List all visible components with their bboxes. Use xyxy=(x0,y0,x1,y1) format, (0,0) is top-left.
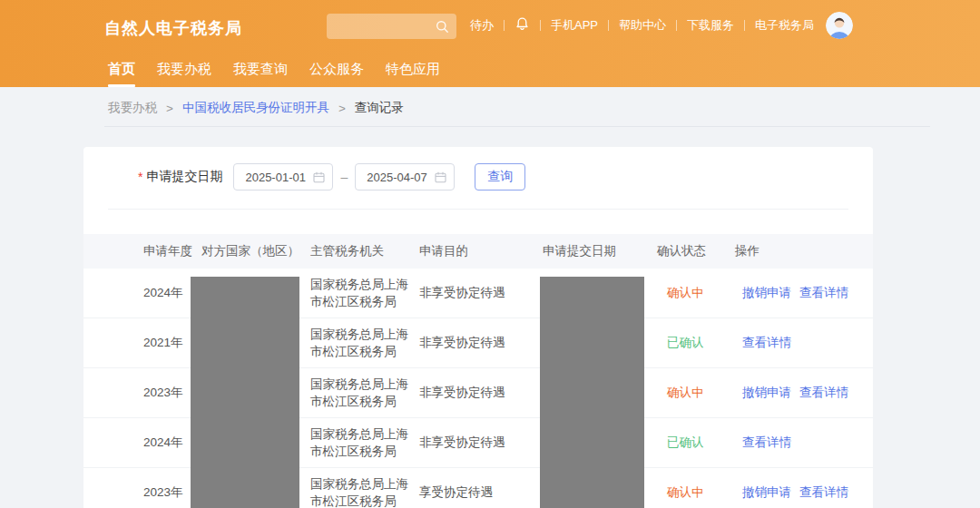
cell-tax-authority: 国家税务总局上海市松江区税务局 xyxy=(310,376,412,410)
status-badge: 已确认 xyxy=(657,435,735,451)
date-filter-form: * 申请提交日期 2025-01-01 – 2025-04-07 查询 xyxy=(83,147,873,190)
user-avatar[interactable] xyxy=(826,12,853,39)
withdraw-application-link[interactable]: 撤销申请 xyxy=(742,385,791,401)
view-details-link[interactable]: 查看详情 xyxy=(799,385,848,401)
cell-purpose: 非享受协定待遇 xyxy=(419,385,543,401)
calendar-icon xyxy=(435,171,446,183)
required-mark: * xyxy=(138,170,142,184)
col-header-status: 确认状态 xyxy=(657,243,735,259)
breadcrumb-item-certificate[interactable]: 中国税收居民身份证明开具 xyxy=(182,100,329,116)
divider xyxy=(744,20,745,31)
etax-bureau-link[interactable]: 电子税务局 xyxy=(755,17,814,34)
date-range-separator: – xyxy=(340,170,348,184)
header-search-box[interactable] xyxy=(327,14,456,39)
date-filter-label: 申请提交日期 xyxy=(146,169,222,185)
chevron-right-icon: > xyxy=(166,102,173,115)
breadcrumb: 我要办税 > 中国税收居民身份证明开具 > 查询记录 xyxy=(0,100,980,116)
col-header-submit-date: 申请提交日期 xyxy=(543,243,657,259)
search-icon xyxy=(436,20,449,34)
calendar-icon xyxy=(313,171,325,183)
withdraw-application-link[interactable]: 撤销申请 xyxy=(742,285,791,301)
cell-tax-authority: 国家税务总局上海市松江区税务局 xyxy=(310,425,412,460)
help-center-link[interactable]: 帮助中心 xyxy=(619,17,666,34)
status-badge: 确认中 xyxy=(657,385,735,401)
app-header: 自然人电子税务局 待办 手机APP 帮助中心 下载服务 xyxy=(0,0,980,87)
nav-item-tax-handling[interactable]: 我要办税 xyxy=(157,51,211,87)
notification-bell-icon[interactable] xyxy=(514,16,530,34)
cell-purpose: 非享受协定待遇 xyxy=(419,335,543,351)
status-badge: 确认中 xyxy=(657,285,735,301)
cell-purpose: 享受协定待遇 xyxy=(419,484,543,501)
nav-item-home[interactable]: 首页 xyxy=(108,51,135,87)
cell-purpose: 非享受协定待遇 xyxy=(419,285,543,301)
view-details-link[interactable]: 查看详情 xyxy=(742,335,791,351)
chevron-right-icon: > xyxy=(338,102,346,115)
date-to-input[interactable]: 2025-04-07 xyxy=(355,163,455,190)
header-top-bar: 自然人电子税务局 待办 手机APP 帮助中心 下载服务 xyxy=(0,0,980,51)
cell-actions: 查看详情 xyxy=(735,335,873,351)
view-details-link[interactable]: 查看详情 xyxy=(742,435,791,451)
mobile-app-link[interactable]: 手机APP xyxy=(551,17,598,34)
cell-actions: 撤销申请 查看详情 xyxy=(735,484,873,501)
nav-item-inquiry[interactable]: 我要查询 xyxy=(233,51,288,87)
col-header-country: 对方国家（地区） xyxy=(201,243,310,259)
cell-tax-authority: 国家税务总局上海市松江区税务局 xyxy=(310,475,412,508)
redaction-overlay-country xyxy=(191,277,299,508)
nav-item-public-service[interactable]: 公众服务 xyxy=(309,51,364,87)
view-details-link[interactable]: 查看详情 xyxy=(799,285,848,301)
cell-actions: 撤销申请 查看详情 xyxy=(735,385,873,401)
query-button[interactable]: 查询 xyxy=(475,163,525,190)
breadcrumb-section: 我要办税 > 中国税收居民身份证明开具 > 查询记录 xyxy=(0,87,980,127)
cell-purpose: 非享受协定待遇 xyxy=(419,435,543,451)
view-details-link[interactable]: 查看详情 xyxy=(799,484,848,501)
divider xyxy=(608,20,609,31)
cell-actions: 撤销申请 查看详情 xyxy=(735,285,873,301)
cell-tax-authority: 国家税务总局上海市松江区税务局 xyxy=(310,276,412,310)
breadcrumb-item-query-records: 查询记录 xyxy=(355,100,404,116)
query-records-card: * 申请提交日期 2025-01-01 – 2025-04-07 查询 xyxy=(83,147,873,508)
date-from-input[interactable]: 2025-01-01 xyxy=(233,163,333,190)
status-badge: 确认中 xyxy=(657,484,735,501)
divider xyxy=(540,20,541,31)
main-nav: 首页 我要办税 我要查询 公众服务 特色应用 xyxy=(0,51,980,87)
cell-actions: 查看详情 xyxy=(735,435,873,451)
col-header-purpose: 申请目的 xyxy=(419,243,543,259)
search-input[interactable] xyxy=(327,20,436,34)
download-service-link[interactable]: 下载服务 xyxy=(687,17,734,34)
divider xyxy=(676,20,677,31)
divider xyxy=(104,126,930,127)
header-utility-menu: 待办 手机APP 帮助中心 下载服务 电子税务局 xyxy=(470,0,853,51)
todo-link[interactable]: 待办 xyxy=(470,17,494,34)
redaction-overlay-submit-date xyxy=(540,277,644,508)
breadcrumb-item-tax-handling[interactable]: 我要办税 xyxy=(108,100,157,116)
col-header-tax-authority: 主管税务机关 xyxy=(310,243,419,259)
divider xyxy=(108,209,848,210)
divider xyxy=(504,20,505,31)
cell-tax-authority: 国家税务总局上海市松江区税务局 xyxy=(310,326,412,360)
status-badge: 已确认 xyxy=(657,335,735,351)
app-title: 自然人电子税务局 xyxy=(104,17,242,39)
withdraw-application-link[interactable]: 撤销申请 xyxy=(742,484,791,501)
nav-item-featured-apps[interactable]: 特色应用 xyxy=(386,51,440,87)
col-header-year: 申请年度 xyxy=(143,243,201,259)
col-header-actions: 操作 xyxy=(735,243,873,259)
table-header-row: 申请年度 对方国家（地区） 主管税务机关 申请目的 申请提交日期 确认状态 操作 xyxy=(83,234,873,269)
